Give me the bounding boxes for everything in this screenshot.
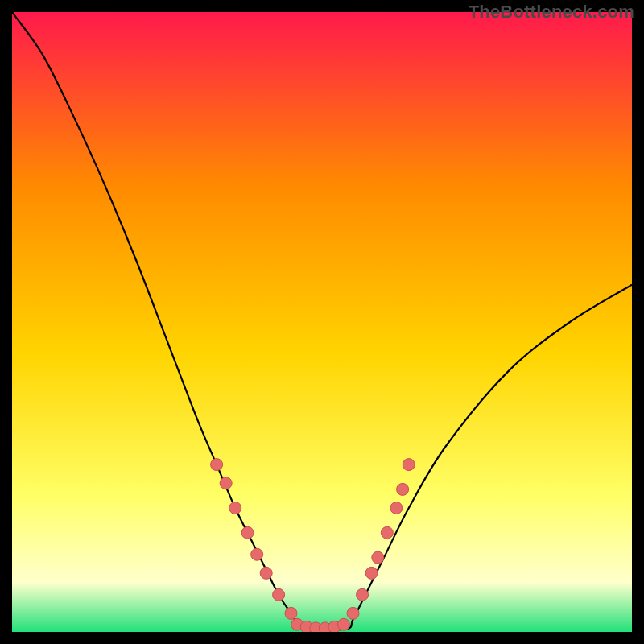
data-dot — [402, 459, 415, 471]
data-dot — [211, 459, 223, 471]
data-dot — [260, 567, 272, 579]
data-dot — [357, 588, 369, 601]
data-dot — [372, 551, 384, 564]
data-dot — [242, 526, 254, 539]
data-dot — [285, 607, 297, 619]
data-dot — [390, 502, 402, 514]
data-dot — [347, 607, 359, 619]
bottleneck-chart — [12, 12, 632, 632]
data-dot — [229, 502, 242, 514]
data-dot — [365, 567, 378, 579]
data-dot — [381, 526, 393, 539]
watermark-text: TheBottleneck.com — [469, 2, 634, 23]
data-dot — [220, 477, 232, 489]
data-dot — [397, 483, 409, 495]
gradient-background — [12, 12, 632, 632]
data-dot — [337, 618, 349, 630]
data-dot — [273, 588, 285, 601]
data-dot — [251, 548, 263, 560]
